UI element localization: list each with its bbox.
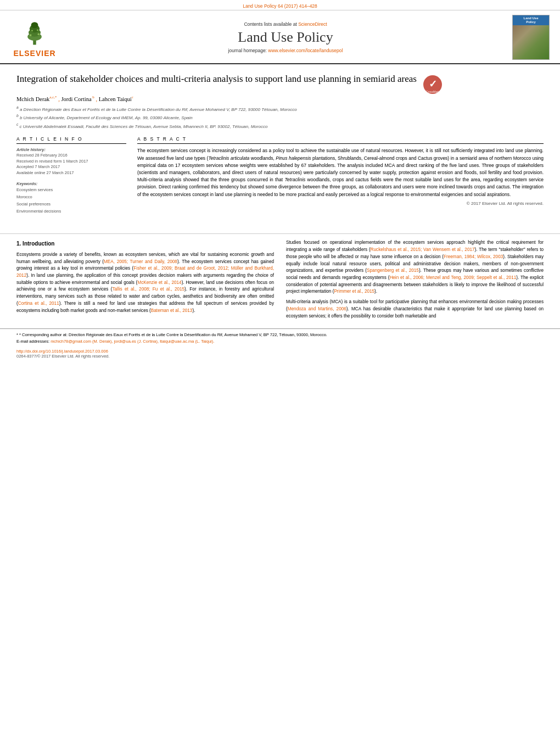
doi-link[interactable]: http://dx.doi.org/10.1016/j.landusepol.2… <box>16 349 544 354</box>
cover-landscape-image <box>513 25 549 59</box>
copyright-text: © 2017 Elsevier Ltd. All rights reserved… <box>137 201 544 206</box>
authors-line: Mchich Deraka,c,* , Jordi Cortina b , La… <box>16 95 544 102</box>
revised-date: Received in revised form 1 March 2017 <box>16 159 126 165</box>
intro-heading: 1. Introduction <box>16 239 274 248</box>
journal-title: Land Use Policy <box>59 29 512 46</box>
journal-header: ELSEVIER Contents lists available at Sci… <box>0 10 560 64</box>
doi-area: http://dx.doi.org/10.1016/j.landusepol.2… <box>0 345 560 361</box>
affil-c: c c Université Abdelmalek Essaadi, Facul… <box>16 122 544 130</box>
affil-a: a a Direction Régionale des Eaux et Forê… <box>16 105 544 113</box>
footnote-star: * * Corresponding author at: Direction R… <box>16 332 544 338</box>
info-abstract-row: A R T I C L E I N F O Article history: R… <box>16 136 544 220</box>
keyword-1: Morocco <box>16 194 126 201</box>
article-title: Integration of stakeholder choices and m… <box>16 73 417 86</box>
svg-point-4 <box>31 22 38 28</box>
crossmark-icon: ✓ CrossMark <box>422 74 443 95</box>
keyword-2: Social preferences <box>16 201 126 208</box>
svg-text:✓: ✓ <box>428 79 436 90</box>
svg-text:CrossMark: CrossMark <box>426 90 440 93</box>
science-direct-link[interactable]: ScienceDirect <box>298 21 327 27</box>
received-date: Received 28 February 2016 <box>16 153 126 159</box>
intro-para-3: Multi-criteria analysis (MCA) is a suita… <box>286 299 544 320</box>
keywords-group: Keywords: Ecosystem services Morocco Soc… <box>16 181 126 215</box>
author-taiqui: Lahcen Taiqui <box>99 96 132 102</box>
homepage-text: journal homepage: <box>228 48 268 53</box>
keyword-3: Environmental decisions <box>16 208 126 215</box>
intro-para-1: Ecosystems provide a variety of benefits… <box>16 252 274 314</box>
intro-para-2: Studies focused on operational implement… <box>286 239 544 295</box>
footnotes-area: * * Corresponding author at: Direction R… <box>0 328 560 345</box>
svg-point-6 <box>38 33 40 35</box>
homepage-url[interactable]: www.elsevier.com/locate/landusepol <box>268 48 343 53</box>
author-cortina: Jordi Cortina <box>61 96 91 102</box>
article-info-heading: A R T I C L E I N F O <box>16 136 126 144</box>
available-date: Available online 27 March 2017 <box>16 170 126 176</box>
journal-cover-image: Land UsePolicy <box>512 15 550 60</box>
cover-title-text: Land UsePolicy <box>513 15 549 25</box>
page: Land Use Policy 64 (2017) 414–428 ELSEVI… <box>0 0 560 742</box>
history-group: Article history: Received 28 February 20… <box>16 147 126 176</box>
footnote-email: E-mail addresses: mchich78@gmail.com (M.… <box>16 338 544 344</box>
elsevier-tree-icon <box>18 18 51 48</box>
body-col-left: 1. Introduction Ecosystems provide a var… <box>16 239 274 323</box>
doi-issn: 0264-8377/© 2017 Elsevier Ltd. All right… <box>16 354 544 359</box>
journal-volume-line: Land Use Policy 64 (2017) 414–428 <box>0 0 560 10</box>
title-row: Integration of stakeholder choices and m… <box>16 73 544 95</box>
body-col-right: Studies focused on operational implement… <box>286 239 544 323</box>
article-info-box: A R T I C L E I N F O Article history: R… <box>16 136 126 220</box>
affiliations-block: a a Direction Régionale des Eaux et Forê… <box>16 105 544 130</box>
content-divider <box>0 233 560 234</box>
svg-point-7 <box>31 30 33 31</box>
homepage-line: journal homepage: www.elsevier.com/locat… <box>59 48 512 53</box>
keywords-label: Keywords: <box>16 181 126 186</box>
abstract-heading: A B S T R A C T <box>137 136 544 144</box>
body-columns: 1. Introduction Ecosystems provide a var… <box>0 239 560 323</box>
abstract-text: The ecosystem services concept is increa… <box>137 147 544 198</box>
contents-text: Contents lists available at <box>244 21 298 27</box>
science-direct-line: Contents lists available at ScienceDirec… <box>59 21 512 27</box>
journal-volume-text: Land Use Policy 64 (2017) 414–428 <box>243 3 317 9</box>
article-container: Integration of stakeholder choices and m… <box>0 64 560 226</box>
journal-title-area: Contents lists available at ScienceDirec… <box>59 21 512 53</box>
history-label: Article history: <box>16 147 126 152</box>
svg-point-5 <box>30 34 32 36</box>
elsevier-logo: ELSEVIER <box>10 18 59 58</box>
accepted-date: Accepted 7 March 2017 <box>16 164 126 170</box>
elsevier-wordmark: ELSEVIER <box>13 49 55 58</box>
keyword-0: Ecosystem services <box>16 187 126 194</box>
svg-point-8 <box>37 29 38 31</box>
affil-b: b b University of Alicante, Department o… <box>16 113 544 121</box>
cover-thumbnail: Land UsePolicy <box>512 15 550 60</box>
abstract-box: A B S T R A C T The ecosystem services c… <box>137 136 544 220</box>
author-derak: Mchich Derak <box>16 96 49 102</box>
